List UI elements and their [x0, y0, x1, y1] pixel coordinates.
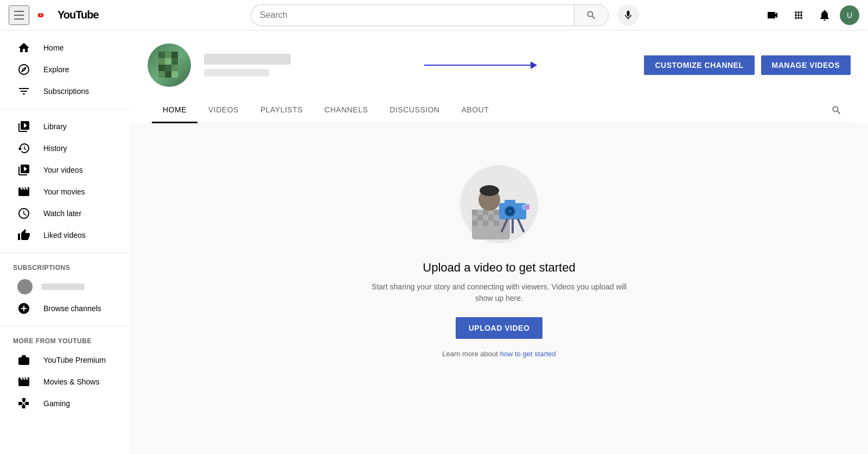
- your-videos-icon: [17, 163, 30, 176]
- sidebar-item-browse-channels[interactable]: Browse channels: [4, 298, 126, 319]
- watch-later-icon: [17, 207, 30, 220]
- sidebar-premium-label: YouTube Premium: [43, 356, 106, 364]
- more-from-youtube-title: MORE FROM YOUTUBE: [0, 333, 130, 349]
- svg-rect-7: [165, 58, 171, 65]
- main-content: CUSTOMIZE CHANNEL MANAGE VIDEOS HOME VID…: [130, 30, 868, 454]
- sidebar-movies-shows-label: Movies & Shows: [43, 377, 99, 386]
- svg-rect-10: [165, 65, 171, 71]
- svg-rect-31: [505, 200, 515, 204]
- svg-rect-14: [171, 71, 178, 78]
- search-icon: [586, 10, 597, 21]
- sidebar-history-label: History: [43, 144, 67, 153]
- search-tab-icon: [831, 105, 842, 116]
- sidebar-divider-2: [0, 253, 130, 253]
- subscription-avatar: [17, 279, 33, 294]
- sidebar: Home Explore Subscriptions Library Histo…: [0, 30, 130, 454]
- sidebar-item-subscriptions[interactable]: Subscriptions: [4, 80, 126, 102]
- channel-avatar-inner: [148, 43, 191, 87]
- sidebar-watch-later-label: Watch later: [43, 209, 81, 218]
- tab-playlists[interactable]: PLAYLISTS: [250, 98, 314, 123]
- svg-point-26: [480, 185, 499, 196]
- search-input[interactable]: [251, 4, 574, 26]
- svg-rect-19: [494, 210, 499, 215]
- header-right: U: [751, 4, 859, 26]
- tab-search-button[interactable]: [827, 100, 846, 120]
- sidebar-item-history[interactable]: History: [4, 137, 126, 159]
- channel-top: CUSTOMIZE CHANNEL MANAGE VIDEOS: [148, 43, 851, 98]
- sidebar-item-explore[interactable]: Explore: [4, 59, 126, 80]
- channel-avatar-svg: [148, 43, 191, 87]
- arrow-line: [424, 65, 533, 66]
- avatar[interactable]: U: [840, 5, 859, 25]
- subscription-item[interactable]: [4, 276, 126, 298]
- sidebar-item-liked-videos[interactable]: Liked videos: [4, 224, 126, 246]
- channel-avatar: [148, 43, 191, 87]
- svg-rect-21: [488, 215, 494, 220]
- learn-more-text: Learn more about how to get started: [442, 350, 556, 358]
- sidebar-item-your-movies[interactable]: Your movies: [4, 181, 126, 203]
- search-bar: [251, 4, 609, 26]
- svg-rect-11: [171, 65, 178, 71]
- empty-state-title: Upload a video to get started: [423, 261, 575, 275]
- empty-state-subtitle: Start sharing your story and connecting …: [363, 281, 635, 304]
- svg-rect-20: [477, 215, 483, 220]
- channel-actions: CUSTOMIZE CHANNEL MANAGE VIDEOS: [644, 55, 851, 75]
- tab-channels[interactable]: CHANNELS: [314, 98, 379, 123]
- video-camera-icon: [766, 9, 779, 22]
- history-icon: [17, 142, 30, 155]
- sidebar-item-youtube-premium[interactable]: YouTube Premium: [4, 349, 126, 371]
- how-to-get-started-link[interactable]: how to get started: [500, 350, 556, 358]
- sidebar-subscriptions-label: Subscriptions: [43, 87, 89, 96]
- sidebar-item-home[interactable]: Home: [4, 37, 126, 59]
- sidebar-item-library[interactable]: Library: [4, 116, 126, 137]
- add-circle-icon: [17, 302, 30, 315]
- tab-home[interactable]: HOME: [152, 98, 197, 123]
- channel-stats-blur: [204, 69, 269, 77]
- create-video-button[interactable]: [762, 4, 783, 26]
- header-left: YouTube: [9, 5, 139, 25]
- sidebar-home-label: Home: [43, 43, 63, 52]
- your-movies-icon: [17, 185, 30, 198]
- search-button[interactable]: [574, 4, 609, 26]
- sidebar-item-your-videos[interactable]: Your videos: [4, 159, 126, 181]
- tab-about[interactable]: ABOUT: [450, 98, 500, 123]
- svg-rect-12: [158, 71, 165, 78]
- microphone-button[interactable]: [617, 4, 639, 26]
- svg-rect-23: [483, 220, 488, 226]
- apps-button[interactable]: [788, 4, 809, 26]
- channel-tabs: HOME VIDEOS PLAYLISTS CHANNELS DISCUSSIO…: [148, 98, 851, 123]
- upload-video-button[interactable]: UPLOAD VIDEO: [456, 317, 543, 339]
- svg-rect-17: [472, 210, 477, 215]
- premium-icon: [17, 354, 30, 367]
- tab-videos[interactable]: VIDEOS: [197, 98, 250, 123]
- logo[interactable]: YouTube: [38, 9, 99, 21]
- svg-rect-3: [158, 52, 165, 58]
- manage-videos-button[interactable]: MANAGE VIDEOS: [761, 55, 851, 75]
- svg-rect-36: [525, 205, 529, 210]
- sidebar-browse-channels-label: Browse channels: [43, 304, 101, 313]
- sidebar-divider-1: [0, 109, 130, 109]
- sidebar-item-gaming[interactable]: Gaming: [4, 393, 126, 414]
- mic-icon: [623, 10, 634, 21]
- tab-discussion[interactable]: DISCUSSION: [379, 98, 450, 123]
- svg-rect-4: [165, 52, 171, 58]
- svg-rect-9: [158, 65, 165, 71]
- menu-button[interactable]: [9, 5, 29, 25]
- camera-svg: [456, 161, 542, 248]
- sidebar-divider-3: [0, 326, 130, 326]
- svg-rect-24: [494, 220, 499, 226]
- notifications-button[interactable]: [814, 4, 835, 26]
- sidebar-item-movies-shows[interactable]: Movies & Shows: [4, 371, 126, 393]
- channel-header: CUSTOMIZE CHANNEL MANAGE VIDEOS HOME VID…: [130, 30, 868, 123]
- header: YouTube: [0, 0, 868, 30]
- liked-videos-icon: [17, 229, 30, 242]
- channel-name-blur: [204, 54, 291, 65]
- customize-channel-button[interactable]: CUSTOMIZE CHANNEL: [644, 55, 754, 75]
- svg-rect-5: [171, 52, 178, 58]
- explore-icon: [17, 63, 30, 76]
- arrow-area: [424, 65, 631, 66]
- gaming-icon: [17, 397, 30, 410]
- channel-content: Upload a video to get started Start shar…: [130, 123, 868, 395]
- header-center: [139, 4, 751, 26]
- sidebar-item-watch-later[interactable]: Watch later: [4, 203, 126, 224]
